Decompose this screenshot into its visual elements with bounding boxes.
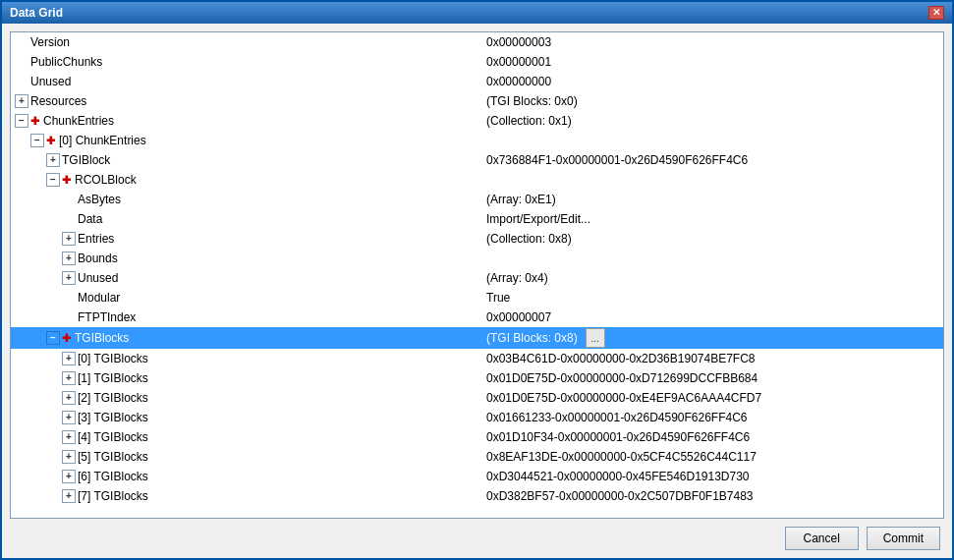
row-name: [5] TGIBlocks (78, 450, 148, 464)
table-row[interactable]: −✚[0] ChunkEntries (11, 131, 943, 150)
table-row[interactable]: −✚TGIBlocks(TGI Blocks: 0x8)... (11, 327, 943, 349)
row-name: [7] TGIBlocks (78, 489, 148, 503)
table-row[interactable]: +TGIBlock0x736884F1-0x00000001-0x26D4590… (11, 150, 943, 170)
expand-button[interactable]: + (46, 153, 60, 167)
row-value: 0x00000007 (482, 308, 943, 327)
collapse-button[interactable]: − (30, 134, 44, 147)
row-value: (Collection: 0x8) (482, 229, 943, 249)
row-name: [6] TGIBlocks (78, 470, 148, 483)
row-name: Version (30, 35, 70, 49)
row-name: [1] TGIBlocks (78, 371, 148, 385)
row-value (482, 170, 943, 190)
table-row[interactable]: +[3] TGIBlocks0x01661233-0x00000001-0x26… (11, 408, 943, 427)
expand-button[interactable]: + (62, 271, 76, 285)
row-name: RCOLBlock (75, 173, 137, 187)
row-name: [0] TGIBlocks (78, 352, 148, 365)
collapse-button[interactable]: − (46, 173, 60, 187)
row-name: FTPTIndex (78, 310, 136, 324)
expand-button[interactable]: + (62, 470, 76, 483)
ellipsis-button[interactable]: ... (586, 328, 605, 348)
table-row[interactable]: +Resources(TGI Blocks: 0x0) (11, 91, 943, 111)
row-name: [3] TGIBlocks (78, 411, 148, 424)
row-name: Modular (78, 291, 120, 305)
collapse-button[interactable]: − (46, 331, 60, 345)
row-name: [0] ChunkEntries (59, 134, 146, 147)
table-row[interactable]: +[5] TGIBlocks0x8EAF13DE-0x00000000-0x5C… (11, 447, 943, 467)
row-name: [2] TGIBlocks (78, 391, 148, 405)
table-row[interactable]: +[1] TGIBlocks0x01D0E75D-0x00000000-0xD7… (11, 368, 943, 388)
table-row[interactable]: +[4] TGIBlocks0x01D10F34-0x00000001-0x26… (11, 427, 943, 447)
table-row[interactable]: AsBytes(Array: 0xE1) (11, 190, 943, 209)
expand-button[interactable]: + (62, 252, 76, 265)
row-value: 0x00000000 (482, 72, 943, 91)
table-row[interactable]: PublicChunks0x00000001 (11, 52, 943, 72)
row-name: TGIBlocks (75, 331, 129, 345)
cancel-button[interactable]: Cancel (785, 527, 859, 550)
table-row[interactable]: +[6] TGIBlocks0xD3044521-0x00000000-0x45… (11, 467, 943, 486)
expand-button[interactable]: + (62, 352, 76, 365)
cross-icon: ✚ (62, 174, 71, 187)
row-value (482, 131, 943, 150)
collapse-button[interactable]: − (15, 114, 28, 128)
table-row[interactable]: Unused0x00000000 (11, 72, 943, 91)
row-value: 0x03B4C61D-0x00000000-0x2D36B19074BE7FC8 (482, 349, 943, 368)
row-value: (Collection: 0x1) (482, 111, 943, 131)
expand-button[interactable]: + (15, 94, 28, 108)
row-value: (TGI Blocks: 0x0) (482, 91, 943, 111)
table-row[interactable]: +[7] TGIBlocks0xD382BF57-0x00000000-0x2C… (11, 486, 943, 506)
expand-button[interactable]: + (62, 232, 76, 246)
table-row[interactable]: −✚ChunkEntries(Collection: 0x1) (11, 111, 943, 131)
table-row[interactable]: +[2] TGIBlocks0x01D0E75D-0x00000000-0xE4… (11, 388, 943, 408)
table-row[interactable]: +Bounds (11, 249, 943, 268)
row-name: Unused (78, 271, 118, 285)
row-value: 0x00000003 (482, 32, 943, 52)
table-row[interactable]: +Unused(Array: 0x4) (11, 268, 943, 288)
cross-icon: ✚ (46, 135, 55, 147)
table-row[interactable]: +[0] TGIBlocks0x03B4C61D-0x00000000-0x2D… (11, 349, 943, 368)
row-value: (Array: 0xE1) (482, 190, 943, 209)
data-table: Version0x00000003PublicChunks0x00000001U… (11, 32, 943, 506)
row-name: Entries (78, 232, 114, 246)
table-row[interactable]: FTPTIndex0x00000007 (11, 308, 943, 327)
expand-button[interactable]: + (62, 411, 76, 424)
row-name: Resources (30, 94, 86, 108)
expand-button[interactable]: + (62, 450, 76, 464)
row-name: PublicChunks (30, 55, 102, 69)
row-name: Bounds (78, 252, 118, 265)
row-value: 0xD3044521-0x00000000-0x45FE546D1913D730 (482, 467, 943, 486)
data-grid-window: Data Grid ✕ Version0x00000003PublicChunk… (0, 0, 954, 560)
expand-button[interactable]: + (62, 489, 76, 503)
table-row[interactable]: ModularTrue (11, 288, 943, 308)
row-value: (TGI Blocks: 0x8)... (482, 327, 943, 349)
table-row[interactable]: Version0x00000003 (11, 32, 943, 52)
expand-button[interactable]: + (62, 430, 76, 444)
close-button[interactable]: ✕ (928, 6, 944, 20)
cross-icon: ✚ (30, 115, 39, 128)
window-title: Data Grid (10, 6, 63, 20)
row-value: 0xD382BF57-0x00000000-0x2C507DBF0F1B7483 (482, 486, 943, 506)
table-row[interactable]: DataImport/Export/Edit... (11, 209, 943, 229)
row-value: True (482, 288, 943, 308)
row-name: TGIBlock (62, 153, 110, 167)
title-bar-buttons: ✕ (928, 6, 944, 20)
row-value: 0x01D0E75D-0x00000000-0xE4EF9AC6AAA4CFD7 (482, 388, 943, 408)
table-row[interactable]: −✚RCOLBlock (11, 170, 943, 190)
row-name: Unused (30, 75, 71, 88)
row-value (482, 249, 943, 268)
commit-button[interactable]: Commit (867, 527, 940, 550)
expand-button[interactable]: + (62, 391, 76, 405)
row-value: 0x8EAF13DE-0x00000000-0x5CF4C5526C44C117 (482, 447, 943, 467)
cross-icon: ✚ (62, 332, 71, 345)
expand-button[interactable]: + (62, 371, 76, 385)
row-value: 0x736884F1-0x00000001-0x26D4590F626FF4C6 (482, 150, 943, 170)
table-row[interactable]: +Entries(Collection: 0x8) (11, 229, 943, 249)
bottom-bar: Cancel Commit (2, 519, 952, 558)
row-name: Data (78, 212, 102, 226)
row-value: 0x01D10F34-0x00000001-0x26D4590F626FF4C6 (482, 427, 943, 447)
data-grid-content[interactable]: Version0x00000003PublicChunks0x00000001U… (10, 31, 944, 519)
row-name: [4] TGIBlocks (78, 430, 148, 444)
row-name: ChunkEntries (43, 114, 114, 128)
row-value: 0x00000001 (482, 52, 943, 72)
row-value: Import/Export/Edit... (482, 209, 943, 229)
row-value: 0x01D0E75D-0x00000000-0xD712699DCCFBB684 (482, 368, 943, 388)
